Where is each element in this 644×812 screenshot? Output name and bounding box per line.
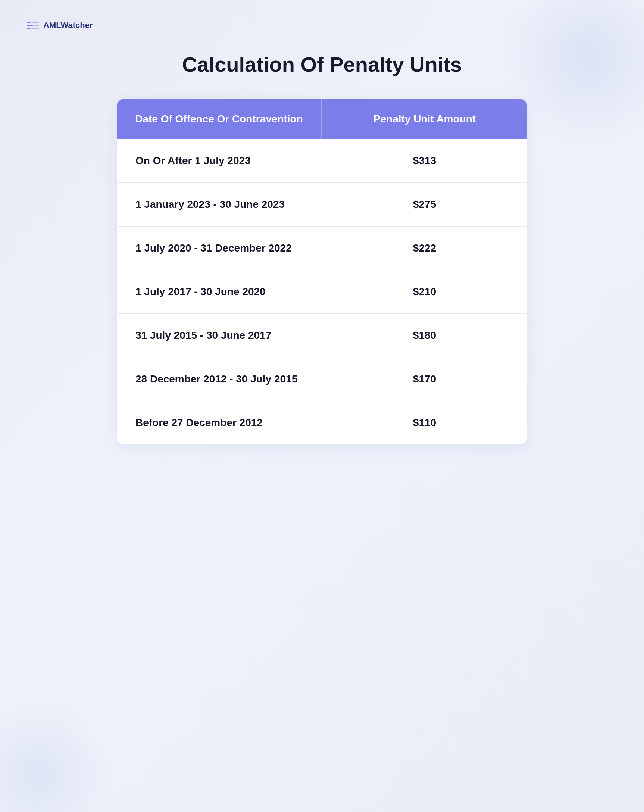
table-row: Before 27 December 2012$110 xyxy=(117,401,527,444)
date-cell: 28 December 2012 - 30 July 2015 xyxy=(117,357,322,401)
date-cell: 1 January 2023 - 30 June 2023 xyxy=(117,183,322,226)
table-row: 1 July 2017 - 30 June 2020$210 xyxy=(117,270,527,314)
amount-cell: $180 xyxy=(322,314,527,357)
amount-cell: $313 xyxy=(322,139,527,183)
date-cell: On Or After 1 July 2023 xyxy=(117,139,322,183)
amount-cell: $275 xyxy=(322,183,527,226)
svg-rect-2 xyxy=(27,27,31,29)
svg-rect-3 xyxy=(32,21,39,23)
svg-rect-1 xyxy=(27,24,33,26)
amount-cell: $210 xyxy=(322,270,527,313)
date-cell: 1 July 2020 - 31 December 2022 xyxy=(117,226,322,270)
amount-cell: $170 xyxy=(322,357,527,401)
table-body: On Or After 1 July 2023$3131 January 202… xyxy=(117,139,527,444)
svg-rect-5 xyxy=(32,27,39,29)
table-row: 1 January 2023 - 30 June 2023$275 xyxy=(117,183,527,226)
table-header: Date Of Offence Or Contravention Penalty… xyxy=(117,99,527,139)
logo: AMLWatcher xyxy=(26,19,93,32)
amount-cell: $222 xyxy=(322,226,527,270)
table-row: 31 July 2015 - 30 June 2017$180 xyxy=(117,314,527,357)
date-cell: 31 July 2015 - 30 June 2017 xyxy=(117,314,322,357)
svg-rect-4 xyxy=(34,24,39,26)
table-row: On Or After 1 July 2023$313 xyxy=(117,139,527,183)
table-row: 28 December 2012 - 30 July 2015$170 xyxy=(117,357,527,401)
header-date-col: Date Of Offence Or Contravention xyxy=(117,99,322,139)
svg-rect-0 xyxy=(27,21,31,23)
penalty-units-table: Date Of Offence Or Contravention Penalty… xyxy=(117,99,527,444)
date-cell: 1 July 2017 - 30 June 2020 xyxy=(117,270,322,313)
table-row: 1 July 2020 - 31 December 2022$222 xyxy=(117,226,527,270)
page-title: Calculation Of Penalty Units xyxy=(182,52,462,76)
logo-text: AMLWatcher xyxy=(43,20,93,30)
amount-cell: $110 xyxy=(322,401,527,444)
header-amount-col: Penalty Unit Amount xyxy=(322,99,527,139)
aml-watcher-logo-icon xyxy=(26,19,40,32)
date-cell: Before 27 December 2012 xyxy=(117,401,322,444)
